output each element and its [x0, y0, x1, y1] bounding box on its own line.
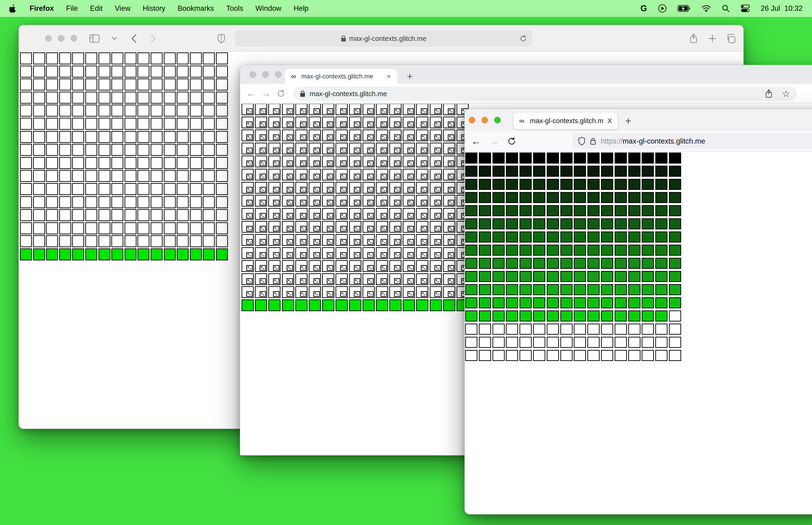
- control-center-icon[interactable]: [740, 4, 750, 13]
- gl-canvas-cell: [547, 337, 559, 348]
- gl-canvas-cell: [309, 117, 321, 128]
- wifi-icon[interactable]: [702, 5, 711, 12]
- broken-image-icon: [354, 252, 360, 258]
- broken-image-icon: [300, 278, 306, 284]
- chrome-window-controls[interactable]: [249, 71, 281, 78]
- close-tab-icon[interactable]: ×: [387, 72, 391, 80]
- gl-canvas-cell: [137, 249, 150, 260]
- menubar-item-history[interactable]: History: [143, 4, 165, 13]
- menubar-item-help[interactable]: Help: [294, 4, 309, 13]
- gl-canvas-cell: [520, 284, 532, 295]
- lock-icon[interactable]: [590, 137, 596, 145]
- broken-image-icon: [246, 278, 252, 284]
- minimize-window-button[interactable]: [481, 117, 488, 123]
- reload-icon[interactable]: [520, 35, 527, 42]
- menubar-item-view[interactable]: View: [115, 4, 131, 13]
- gl-canvas-cell: [587, 311, 600, 321]
- broken-image-icon: [260, 291, 266, 297]
- zoom-window-button[interactable]: [494, 117, 501, 123]
- gl-canvas-cell: [20, 209, 32, 221]
- menubar-time[interactable]: 10:32: [784, 4, 802, 13]
- gl-canvas-cell: [642, 179, 654, 190]
- chrome-canvas-grid: [242, 104, 469, 311]
- menubar-item-bookmarks[interactable]: Bookmarks: [178, 4, 214, 13]
- broken-image-icon: [340, 265, 347, 271]
- spotlight-search-icon[interactable]: [722, 4, 730, 13]
- tracking-shield-icon[interactable]: [578, 137, 585, 146]
- gl-canvas-cell: [164, 105, 176, 117]
- broken-image-icon: [340, 213, 347, 219]
- menubar-date[interactable]: 26 Jul: [761, 4, 780, 13]
- broken-image-icon: [340, 239, 347, 245]
- firefox-active-tab[interactable]: ∞ max-gl-contexts.glitch.me/ X: [514, 112, 618, 129]
- reload-button[interactable]: [503, 137, 521, 146]
- menubar-item-file[interactable]: File: [66, 4, 78, 13]
- gl-canvas-cell: [59, 92, 71, 104]
- gl-canvas-cell: [430, 208, 442, 220]
- gl-canvas-cell: [465, 284, 477, 295]
- new-tab-button[interactable]: [708, 25, 716, 52]
- forward-button[interactable]: →: [485, 136, 503, 147]
- broken-image-icon: [421, 278, 427, 284]
- broken-image-icon: [448, 121, 454, 127]
- menubar-item-tools[interactable]: Tools: [226, 4, 243, 13]
- gl-canvas-cell: [615, 258, 627, 269]
- safari-window-controls[interactable]: [45, 35, 77, 42]
- gl-canvas-cell: [124, 78, 137, 90]
- gl-canvas-cell: [151, 196, 163, 208]
- chrome-active-tab[interactable]: ∞ max-gl-contexts.glitch.me ×: [285, 69, 397, 84]
- gl-canvas-cell: [20, 157, 32, 169]
- forward-button[interactable]: [150, 25, 156, 52]
- gl-canvas-cell: [72, 235, 84, 247]
- minimize-window-button[interactable]: [262, 71, 269, 78]
- zoom-window-button[interactable]: [71, 35, 77, 42]
- sidebar-icon[interactable]: [89, 25, 99, 52]
- play-icon[interactable]: [658, 4, 667, 13]
- close-window-button[interactable]: [469, 117, 475, 123]
- gl-canvas-cell: [492, 311, 505, 321]
- share-icon[interactable]: [690, 25, 698, 52]
- address-bar[interactable]: max-gl-contexts.glitch.me: [235, 31, 532, 46]
- back-button[interactable]: [131, 25, 137, 52]
- menubar-app-name[interactable]: Firefox: [30, 4, 54, 13]
- menubar-item-edit[interactable]: Edit: [90, 4, 103, 13]
- bookmark-star-icon[interactable]: ☆: [782, 88, 790, 99]
- zoom-window-button[interactable]: [275, 71, 281, 78]
- google-icon[interactable]: G: [641, 3, 647, 13]
- close-window-button[interactable]: [249, 71, 256, 78]
- back-button[interactable]: ←: [243, 88, 258, 99]
- share-icon[interactable]: [765, 89, 772, 98]
- new-tab-button[interactable]: +: [403, 70, 416, 83]
- close-tab-icon[interactable]: X: [607, 117, 612, 125]
- gl-canvas-cell: [506, 152, 518, 164]
- gl-canvas-cell: [561, 179, 572, 190]
- privacy-shield-icon[interactable]: [217, 25, 225, 52]
- chevron-down-icon[interactable]: [112, 25, 117, 52]
- broken-image-icon: [394, 252, 400, 258]
- menubar-item-window[interactable]: Window: [256, 4, 281, 13]
- gl-canvas-cell: [85, 78, 97, 90]
- forward-button[interactable]: →: [258, 88, 274, 99]
- address-bar[interactable]: https://max-gl-contexts.glitch.me: [572, 134, 812, 149]
- reload-button[interactable]: [274, 89, 289, 98]
- tab-overview-icon[interactable]: [726, 25, 736, 52]
- gl-canvas-cell: [601, 179, 613, 190]
- gl-canvas-cell: [151, 92, 163, 104]
- close-window-button[interactable]: [45, 35, 52, 42]
- gl-canvas-cell: [574, 205, 586, 216]
- gl-canvas-cell: [322, 182, 334, 194]
- gl-canvas-cell: [416, 142, 428, 154]
- address-bar[interactable]: max-gl-contexts.glitch.me ☆: [293, 87, 797, 101]
- back-button[interactable]: ←: [467, 136, 485, 147]
- gl-canvas-cell: [98, 105, 110, 117]
- gl-canvas-cell: [72, 92, 84, 104]
- battery-charging-icon[interactable]: [678, 5, 691, 12]
- minimize-window-button[interactable]: [58, 35, 64, 42]
- apple-menu-icon[interactable]: [10, 4, 17, 13]
- firefox-window-controls[interactable]: [469, 117, 501, 123]
- gl-canvas-cell: [46, 78, 58, 90]
- new-tab-button[interactable]: +: [622, 114, 635, 127]
- gl-canvas-cell: [403, 182, 415, 194]
- gl-canvas-cell: [255, 130, 267, 141]
- broken-image-icon: [381, 291, 387, 297]
